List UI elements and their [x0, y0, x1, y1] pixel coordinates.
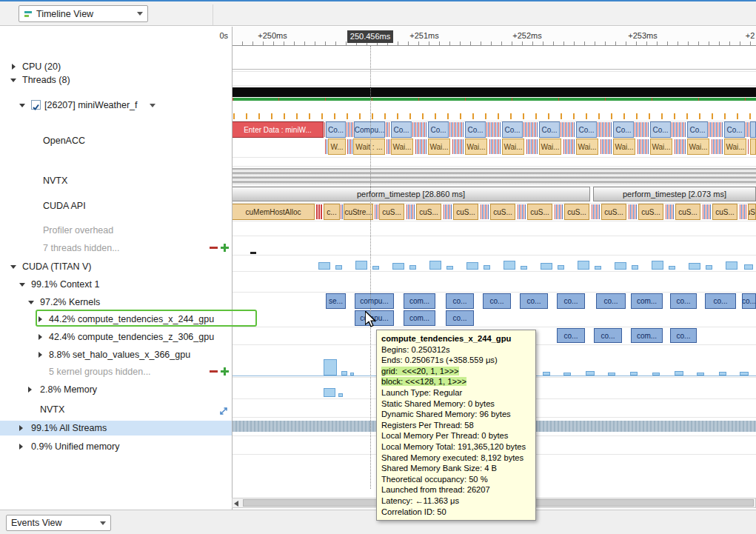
expand-plus-button[interactable]: [221, 367, 229, 376]
expander-icon[interactable]: [19, 425, 23, 431]
openacc-wait-event[interactable]: Wait : ...: [353, 138, 385, 155]
openacc-wait-event[interactable]: Wai...: [576, 138, 598, 155]
openacc-event[interactable]: Co...: [539, 121, 560, 138]
openacc-wait-event[interactable]: Wai...: [687, 138, 709, 155]
sidebar-row-kernel-z306[interactable]: 42.4% compute_tendencies_z_306_gpu: [0, 330, 232, 344]
sidebar-row-kernel-halo[interactable]: 8.8% set_halo_values_x_366_gpu: [0, 347, 232, 362]
openacc-wait-event[interactable]: Wai...: [428, 138, 450, 155]
chevron-down-icon[interactable]: [150, 104, 155, 107]
events-view-dropdown[interactable]: Events View: [6, 515, 111, 531]
sidebar-row-kernel-groups-hidden[interactable]: 5 kernel groups hidden...: [0, 364, 232, 379]
openacc-event[interactable]: Co...: [502, 121, 523, 138]
time-marker-badge[interactable]: 250.456ms: [347, 30, 393, 43]
openacc-event[interactable]: Co...: [650, 121, 671, 138]
openacc-wait-event[interactable]: Wai...: [613, 138, 635, 155]
sidebar-row-nvtx[interactable]: NVTX: [0, 173, 232, 188]
kernel-event[interactable]: co...: [520, 293, 548, 309]
kernel-event[interactable]: co...: [705, 293, 736, 309]
cuda-api-event[interactable]: cuStre...: [344, 204, 373, 220]
expander-icon[interactable]: [19, 283, 25, 287]
kernel-event[interactable]: co...: [557, 328, 585, 343]
sidebar-row-openacc[interactable]: OpenACC: [0, 133, 232, 148]
expander-icon[interactable]: [39, 352, 42, 358]
openacc-event[interactable]: Compu...: [354, 121, 385, 138]
kernel-event[interactable]: co...: [670, 293, 697, 309]
openacc-wait-event[interactable]: Wai...: [465, 138, 487, 155]
openacc-event[interactable]: Co...: [724, 121, 745, 138]
collapse-minus-button[interactable]: [210, 247, 218, 249]
cuda-api-event[interactable]: cuS...: [490, 204, 515, 220]
sidebar-row-context1[interactable]: 99.1% Context 1: [0, 277, 232, 292]
sidebar-row-threads-hidden[interactable]: 7 threads hidden...: [0, 241, 232, 256]
kernel-event[interactable]: compu...: [355, 293, 394, 309]
timeline-view-dropdown[interactable]: Timeline View: [19, 5, 148, 22]
cuda-api-event[interactable]: cuMemHostAlloc: [232, 204, 315, 220]
nvtx-range[interactable]: perform_timestep [2.073 ms]: [593, 187, 756, 201]
kernel-event[interactable]: se...: [326, 293, 346, 309]
collapse-minus-button[interactable]: [210, 370, 218, 373]
openacc-wait-event[interactable]: Wai...: [391, 138, 413, 155]
kernel-event[interactable]: co...: [446, 293, 474, 309]
openacc-event[interactable]: Co...: [326, 121, 346, 138]
cuda-api-event[interactable]: cuS...: [748, 204, 756, 220]
time-marker-line[interactable]: [370, 46, 371, 489]
nvtx-range[interactable]: perform_timestep [28.860 ms]: [232, 187, 590, 201]
expand-plus-button[interactable]: [221, 244, 229, 252]
openacc-wait-event[interactable]: [750, 138, 756, 155]
sidebar-row-all-streams[interactable]: 99.1% All Streams: [0, 421, 232, 435]
kernel-event[interactable]: com...: [631, 293, 663, 309]
kernel-event[interactable]: com...: [404, 293, 435, 309]
kernel-event[interactable]: co...: [596, 293, 626, 309]
expander-icon[interactable]: [28, 301, 34, 304]
sidebar-row-cpu[interactable]: CPU (20): [0, 59, 232, 74]
openacc-wait-event[interactable]: W...: [328, 138, 346, 155]
kernel-event[interactable]: co...: [446, 310, 474, 326]
openacc-wait-event[interactable]: Wai...: [502, 138, 524, 155]
openacc-event[interactable]: Co...: [576, 121, 597, 138]
kernel-event[interactable]: compu...: [355, 310, 394, 326]
timeline-ruler[interactable]: +250ms+251ms+252ms+253ms+2 250.456ms: [232, 27, 756, 46]
sidebar-row-cuda-device[interactable]: CUDA (TITAN V): [0, 259, 232, 274]
kernel-event[interactable]: com...: [631, 328, 663, 343]
cuda-api-event[interactable]: cuS...: [564, 204, 589, 220]
cuda-api-event[interactable]: cuS...: [638, 204, 663, 220]
sidebar-row-memory[interactable]: 2.8% Memory: [0, 382, 232, 397]
cuda-api-event[interactable]: cuS...: [379, 204, 404, 220]
openacc-wait-event[interactable]: Wai...: [650, 138, 672, 155]
thread-state-bar[interactable]: [232, 87, 756, 97]
sidebar-row-kernels[interactable]: 97.2% Kernels: [0, 295, 232, 310]
kernel-event[interactable]: co...: [742, 293, 756, 309]
pane-splitter[interactable]: [232, 27, 233, 510]
cuda-api-event[interactable]: cuS...: [601, 204, 626, 220]
openacc-event[interactable]: Enter Data : miniW...: [232, 121, 324, 138]
openacc-event[interactable]: Co...: [391, 121, 412, 138]
expander-icon[interactable]: [10, 265, 16, 269]
sidebar-row-threads[interactable]: Threads (8): [0, 73, 232, 87]
expander-icon[interactable]: [19, 104, 25, 107]
sidebar-row-cuda-api[interactable]: CUDA API: [0, 198, 232, 213]
cuda-api-event[interactable]: c...: [324, 204, 340, 220]
process-checkbox[interactable]: [31, 100, 41, 110]
sidebar-row-process[interactable]: [26207] miniWeather_f: [0, 98, 232, 113]
openacc-event[interactable]: Co...: [613, 121, 634, 138]
openacc-wait-event[interactable]: Wai...: [539, 138, 561, 155]
sidebar-row-profiler-overhead[interactable]: Profiler overhead: [0, 223, 232, 238]
openacc-event[interactable]: Co...: [428, 121, 449, 138]
sidebar-row-unified-memory[interactable]: 0.9% Unified memory: [0, 439, 232, 454]
expand-diagonal-icon[interactable]: [219, 405, 228, 420]
expander-icon[interactable]: [19, 444, 23, 450]
kernel-event[interactable]: co...: [557, 293, 585, 309]
kernel-event[interactable]: co...: [483, 293, 511, 309]
kernel-event[interactable]: co...: [594, 328, 622, 343]
expander-icon[interactable]: [12, 64, 16, 70]
sidebar-row-kernel-x244[interactable]: 44.2% compute_tendencies_x_244_gpu: [0, 312, 232, 327]
expander-icon[interactable]: [28, 387, 32, 393]
kernel-event[interactable]: com...: [404, 310, 435, 326]
expander-icon[interactable]: [39, 316, 42, 322]
cuda-api-event[interactable]: cuS...: [712, 204, 737, 220]
scroll-left-arrow-icon[interactable]: [234, 501, 238, 507]
openacc-wait-event[interactable]: Wai...: [724, 138, 746, 155]
cuda-api-event[interactable]: cuS...: [416, 204, 441, 220]
openacc-event[interactable]: [750, 121, 756, 138]
cuda-api-event[interactable]: cuS...: [453, 204, 478, 220]
